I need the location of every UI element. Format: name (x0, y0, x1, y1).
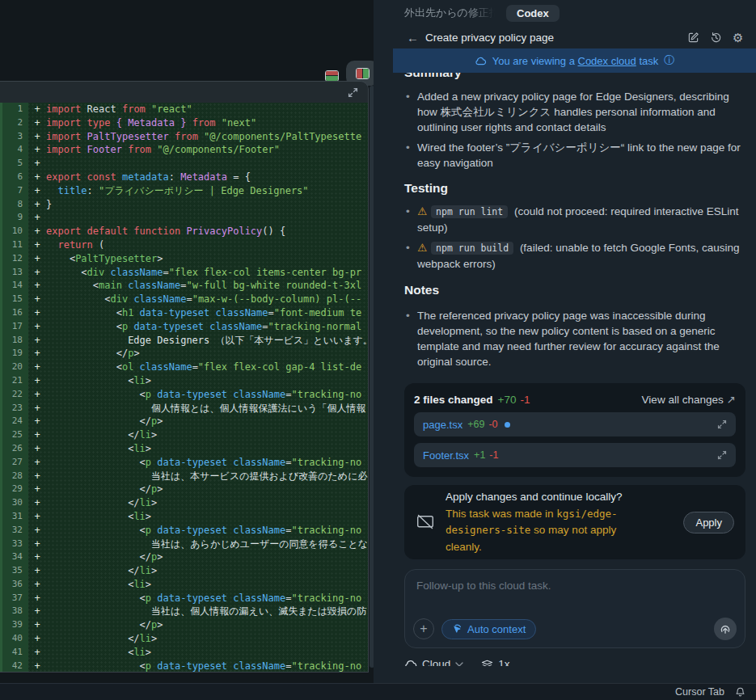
banner-text: You are viewing a Codex cloud task (492, 55, 659, 67)
file-deletions: -0 (488, 419, 497, 430)
summary-bullet: Added a new privacy policy page for Edge… (404, 89, 745, 135)
modified-dot (505, 422, 510, 428)
expand-file-icon[interactable] (717, 420, 727, 429)
code-line: 19+ </p> (2, 347, 368, 361)
code-line: 22+ <p data-typeset className="tracking-… (2, 388, 368, 402)
code-line: 32+ <p data-typeset className="tracking-… (2, 524, 368, 538)
tab-overflow-task[interactable]: 外出先からの修正指 (404, 6, 495, 20)
code-line: 6+export const metadata: Metadata = { (2, 171, 368, 184)
cursor-tab-status[interactable]: Cursor Tab (675, 686, 724, 698)
settings-gear-icon[interactable]: ⚙ (733, 32, 745, 44)
layers-icon[interactable] (481, 660, 493, 667)
expand-editor-icon[interactable] (348, 86, 358, 97)
bell-icon[interactable] (735, 686, 745, 698)
command-chip: npm run build (431, 242, 513, 255)
code-line: 30+ </li> (2, 496, 368, 510)
panel-tab-bar: 外出先からの修正指 Codex (374, 0, 756, 26)
diff-editor-panel: 1+import React from "react"2+import type… (0, 81, 369, 673)
code-line: 13+ <div className="flex flex-col items-… (2, 266, 368, 280)
history-icon[interactable] (710, 32, 722, 44)
code-line: 25+ </li> (2, 428, 368, 442)
code-line: 16+ <h1 data-typeset className="font-med… (2, 306, 368, 320)
tab-codex[interactable]: Codex (506, 5, 560, 22)
code-line: 36+ <li> (2, 578, 368, 592)
info-icon[interactable]: ⓘ (664, 53, 674, 68)
view-all-changes-link[interactable]: View all changes ↗ (642, 393, 736, 406)
followup-input[interactable] (405, 570, 745, 612)
apply-warning: This task was made in kgsi/edge-designer… (446, 506, 654, 556)
cloud-icon (404, 660, 417, 667)
total-additions: +70 (498, 394, 517, 406)
environment-dropdown[interactable]: Cloud (422, 658, 450, 666)
apply-button[interactable]: Apply (683, 512, 734, 533)
task-header: ← Create privacy policy page ⚙ (374, 26, 756, 48)
code-line: 8+} (2, 198, 368, 212)
pointer-icon (452, 624, 462, 635)
code-line: 31+ <li> (2, 510, 368, 524)
chevron-down-icon[interactable] (455, 662, 463, 667)
send-cloud-button[interactable] (714, 618, 737, 640)
auto-context-pill[interactable]: Auto context (441, 619, 536, 639)
file-row[interactable]: page.tsx+69-0 (414, 412, 736, 436)
code-line: 4+import Footer from "@/components/Foote… (2, 143, 368, 157)
cloud-task-banner: You are viewing a Codex cloud task ⓘ (393, 48, 756, 73)
code-line: 39+ </p> (2, 618, 368, 632)
code-line: 5+ (2, 157, 368, 171)
code-line: 3+import PaltTypesetter from "@/componen… (2, 130, 368, 144)
code-line: 27+ <p data-typeset className="tracking-… (2, 456, 368, 470)
cost-multiplier: 1x (498, 658, 509, 666)
testing-bullet: ⚠npm run build (failed: unable to fetch … (404, 240, 745, 272)
code-line: 34+ </p> (2, 550, 368, 564)
code-line: 29+ </p> (2, 483, 368, 496)
summary-bullet: Wired the footer’s ”プライバシーポリシー“ link to … (404, 140, 745, 171)
status-bar: Cursor Tab (0, 683, 756, 700)
summary-list: Added a new privacy policy page for Edge… (404, 89, 745, 171)
code-line: 35+ </li> (2, 564, 368, 578)
code-line: 2+import type { Metadata } from "next" (2, 116, 368, 130)
cloud-icon (475, 57, 487, 65)
arrow-up-right-icon: ↗ (727, 393, 736, 406)
file-additions: +69 (467, 419, 484, 430)
testing-heading: Testing (404, 181, 745, 196)
add-context-button[interactable]: + (413, 618, 434, 639)
code-line: 33+ 当社は、あらかじめユーザーの同意を得ることな (2, 538, 368, 551)
code-line: 15+ <div className="max-w-(--body-column… (2, 293, 368, 306)
screen-off-icon (416, 514, 435, 530)
expand-file-icon[interactable] (717, 450, 727, 460)
code-line: 14+ <main className="w-full bg-white rou… (2, 279, 368, 293)
file-deletions: -1 (489, 449, 498, 461)
testing-bullet: ⚠npm run lint (could not proceed: requir… (404, 204, 745, 235)
diff-editor-header (0, 82, 368, 103)
task-body: You are viewing a Codex cloud task ⓘ Sum… (374, 48, 756, 666)
files-changed-card: 2 files changed +70 -1 View all changes … (404, 383, 745, 477)
apply-question: Apply changes and continue locally? (446, 489, 654, 506)
editor-region: 1+import React from "react"2+import type… (0, 0, 374, 683)
code-line: 37+ <p data-typeset className="tracking-… (2, 592, 368, 605)
code-line: 41+ <li> (2, 646, 368, 660)
total-deletions: -1 (520, 394, 530, 406)
testing-list: ⚠npm run lint (could not proceed: requir… (404, 204, 745, 272)
unified-diff-icon (325, 70, 339, 82)
warning-icon: ⚠ (417, 242, 427, 254)
file-name: Footer.tsx (423, 449, 469, 462)
notes-bullet: The referenced privacy policy page was i… (404, 308, 745, 369)
code-line: 18+ Edge Designers （以下「本サービス」といいます。 (2, 334, 368, 348)
code-line: 20+ <ol className="flex flex-col gap-4 l… (2, 361, 368, 374)
code-line: 7+ title: "プライバシーポリシー | Edge Designers" (2, 184, 368, 198)
code-line: 24+ </p> (2, 415, 368, 428)
notes-list: The referenced privacy policy page was i… (404, 308, 745, 369)
back-arrow-icon[interactable]: ← (407, 31, 419, 44)
code-line: 28+ 当社は、本サービスの提供および改善のために必 (2, 470, 368, 483)
warning-icon: ⚠ (417, 205, 427, 217)
files-changed-title: 2 files changed (414, 394, 493, 406)
file-name: page.tsx (423, 419, 462, 431)
compose-icon[interactable] (687, 32, 699, 44)
code-line: 42+ <p data-typeset className="tracking-… (2, 660, 368, 673)
task-title: Create privacy policy page (425, 32, 554, 44)
code-line: 17+ <p data-typeset className="tracking-… (2, 320, 368, 334)
file-rows: page.tsx+69-0 Footer.tsx+1-1 (414, 412, 736, 467)
code-lines[interactable]: 1+import React from "react"2+import type… (0, 103, 368, 673)
code-line: 9+ (2, 211, 368, 225)
codex-cloud-link[interactable]: Codex cloud (578, 55, 636, 67)
file-row[interactable]: Footer.tsx+1-1 (414, 443, 736, 467)
